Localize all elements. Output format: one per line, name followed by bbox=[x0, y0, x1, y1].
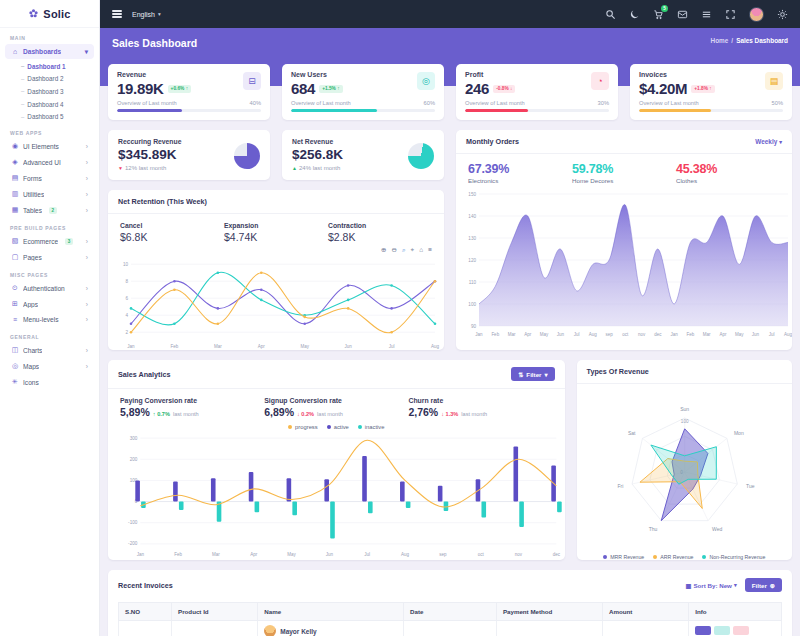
pages-icon: ▢ bbox=[11, 253, 19, 261]
svg-text:Jul: Jul bbox=[389, 344, 395, 349]
sidebar-item-ecommerce[interactable]: ▧Ecommerce3› bbox=[5, 234, 94, 249]
brand-logo[interactable]: Solic bbox=[0, 0, 99, 28]
sidebar-toggle-icon[interactable] bbox=[112, 9, 122, 20]
svg-text:Apr: Apr bbox=[250, 552, 258, 557]
sidebar-item-menu-levels[interactable]: ≡Menu-levels› bbox=[5, 313, 94, 327]
svg-text:Aug: Aug bbox=[589, 332, 598, 337]
chevron-right-icon: › bbox=[86, 207, 88, 214]
sales-analytics-combo-chart: -200-1000100200300JanFebMarAprMayJunJulA… bbox=[114, 430, 565, 558]
svg-text:300: 300 bbox=[130, 436, 138, 441]
svg-text:110: 110 bbox=[469, 280, 477, 285]
progress-bar bbox=[639, 109, 783, 112]
sidebar-item-icons[interactable]: ✳Icons bbox=[5, 375, 94, 390]
sidebar-item-charts[interactable]: ◫Charts› bbox=[5, 343, 94, 358]
col-date: Date bbox=[404, 603, 497, 621]
sidebar-item-utilities[interactable]: ▥Utilities› bbox=[5, 187, 94, 202]
svg-text:nov: nov bbox=[638, 332, 646, 337]
sidebar-item-authentication[interactable]: ⊙Authentication› bbox=[5, 281, 94, 296]
card-title: Invoices bbox=[639, 71, 783, 78]
svg-text:Jan: Jan bbox=[137, 552, 145, 557]
chevron-right-icon: › bbox=[86, 191, 88, 198]
sidebar-item-dashboard-2[interactable]: ‒Dashboard 2 bbox=[0, 73, 99, 86]
chart-legend: progress active inactive bbox=[108, 420, 565, 430]
net-retention-card: Net Retention (This Week) Cancel$6.8K Ex… bbox=[108, 190, 444, 350]
svg-text:nov: nov bbox=[515, 552, 523, 557]
svg-text:Jun: Jun bbox=[557, 332, 565, 337]
weekly-dropdown[interactable]: Weekly▾ bbox=[755, 138, 782, 145]
sidebar-item-maps[interactable]: ◎Maps› bbox=[5, 359, 94, 374]
svg-text:Aug: Aug bbox=[431, 344, 440, 349]
svg-text:oct: oct bbox=[622, 332, 629, 337]
apps-icon: ⊞ bbox=[11, 300, 19, 308]
svg-text:Aug: Aug bbox=[784, 332, 792, 337]
list-menu-icon[interactable] bbox=[701, 9, 712, 20]
invoices-table: S.NO Product Id Name Date Payment Method… bbox=[118, 602, 782, 636]
svg-text:Feb: Feb bbox=[171, 344, 179, 349]
sidebar-item-pages[interactable]: ▢Pages› bbox=[5, 250, 94, 265]
zoom-in-icon[interactable]: ⊕ bbox=[381, 246, 386, 254]
sort-arrows-icon: ⇅ bbox=[518, 371, 523, 378]
zoom-out-icon[interactable]: ⊖ bbox=[392, 246, 397, 254]
svg-text:May: May bbox=[287, 552, 296, 557]
wallet-icon: ⊟ bbox=[243, 72, 261, 90]
card-title: Types Of Revenue bbox=[587, 367, 649, 376]
svg-text:Fri: Fri bbox=[617, 483, 623, 489]
menu-icon[interactable]: ≡ bbox=[428, 246, 432, 254]
sidebar-item-ui-elements[interactable]: ◉UI Elements› bbox=[5, 139, 94, 154]
pan-icon[interactable]: ⌖ bbox=[411, 246, 415, 254]
ui-elements-icon: ◉ bbox=[11, 142, 19, 150]
monthly-orders-area-chart: 90100110120130140150JanFebMarAprMayJunJu… bbox=[460, 188, 792, 338]
sidebar-item-dashboard-3[interactable]: ‒Dashboard 3 bbox=[0, 85, 99, 98]
svg-text:Apr: Apr bbox=[258, 344, 266, 349]
delete-button[interactable] bbox=[733, 626, 749, 635]
calendar-icon: ▦ bbox=[686, 582, 692, 589]
down-arrow-icon: ▼ bbox=[118, 165, 123, 171]
svg-text:-100: -100 bbox=[128, 520, 138, 525]
ecommerce-badge: 3 bbox=[65, 238, 73, 245]
svg-text:dec: dec bbox=[553, 552, 561, 557]
fullscreen-icon[interactable] bbox=[725, 9, 736, 20]
svg-text:200: 200 bbox=[130, 457, 138, 462]
user-avatar[interactable] bbox=[749, 7, 764, 22]
chevron-down-icon: ▾ bbox=[158, 11, 161, 17]
home-reset-icon[interactable]: ⌂ bbox=[419, 246, 423, 254]
svg-text:Feb: Feb bbox=[174, 552, 182, 557]
svg-text:-200: -200 bbox=[128, 541, 138, 546]
cart-icon[interactable]: 5 bbox=[653, 9, 664, 20]
search-icon[interactable] bbox=[605, 9, 616, 20]
breadcrumb-home[interactable]: Home bbox=[711, 37, 729, 44]
sidebar-item-apps[interactable]: ⊞Apps› bbox=[5, 297, 94, 312]
svg-text:Mar: Mar bbox=[212, 552, 220, 557]
sidebar-item-dashboards[interactable]: ⌂ Dashboards ▾ bbox=[5, 44, 94, 59]
svg-text:130: 130 bbox=[468, 236, 476, 241]
sidebar-item-dashboard-1[interactable]: ‒Dashboard 1 bbox=[0, 60, 99, 73]
page-title: Sales Dashboard bbox=[112, 37, 197, 49]
svg-text:140: 140 bbox=[468, 214, 476, 219]
monthly-orders-card: Monthly Orders Weekly▾ 67.39%Electronics… bbox=[456, 130, 792, 350]
selection-zoom-icon[interactable]: ⌕ bbox=[402, 246, 406, 254]
gear-icon[interactable] bbox=[777, 9, 788, 20]
svg-text:6: 6 bbox=[125, 296, 128, 301]
view-button[interactable] bbox=[695, 626, 711, 635]
sidebar-item-dashboard-5[interactable]: ‒Dashboard 5 bbox=[0, 110, 99, 123]
sidebar-item-forms[interactable]: ▤Forms› bbox=[5, 171, 94, 186]
svg-text:Aug: Aug bbox=[401, 552, 410, 557]
progress-bar bbox=[117, 109, 261, 112]
customer-name: Mayor Kelly bbox=[280, 628, 317, 635]
dark-mode-moon-icon[interactable] bbox=[629, 9, 640, 20]
sidebar-item-dashboard-4[interactable]: ‒Dashboard 4 bbox=[0, 98, 99, 111]
mail-icon[interactable] bbox=[677, 9, 688, 20]
chevron-right-icon: › bbox=[86, 238, 88, 245]
top-navbar: English▾ 5 bbox=[100, 0, 800, 28]
sidebar-item-advanced-ui[interactable]: ◈Advanced UI› bbox=[5, 155, 94, 170]
filter-button[interactable]: ⇅Filter▾ bbox=[511, 367, 554, 381]
sort-by-dropdown[interactable]: ▦Sort By: New▾ bbox=[686, 582, 737, 589]
sidebar-item-tables[interactable]: ▦Tables2› bbox=[5, 203, 94, 218]
filter-button[interactable]: Filter⊛ bbox=[745, 578, 782, 592]
advanced-ui-icon: ◈ bbox=[11, 158, 19, 166]
edit-button[interactable] bbox=[714, 626, 730, 635]
language-dropdown[interactable]: English▾ bbox=[132, 11, 161, 18]
table-row[interactable]: Mayor Kelly bbox=[119, 621, 782, 636]
svg-text:2: 2 bbox=[125, 330, 128, 335]
svg-text:May: May bbox=[735, 332, 744, 337]
